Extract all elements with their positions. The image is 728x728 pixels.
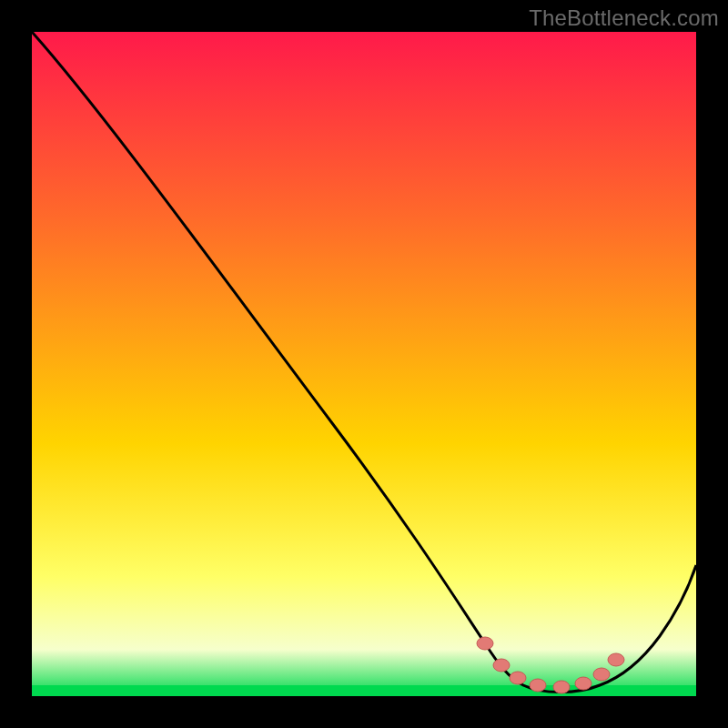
- gradient-background: [32, 32, 696, 696]
- trough-marker: [493, 659, 510, 672]
- plot-area: [32, 32, 696, 696]
- trough-marker: [593, 668, 610, 681]
- trough-marker: [608, 653, 624, 666]
- chart-frame: TheBottleneck.com: [0, 0, 728, 728]
- trough-marker: [510, 672, 526, 684]
- watermark-text: TheBottleneck.com: [529, 5, 719, 31]
- trough-marker: [553, 681, 570, 693]
- trough-marker: [575, 677, 592, 690]
- trough-marker: [530, 679, 546, 692]
- trough-marker: [477, 637, 493, 650]
- chart-svg: [32, 32, 696, 696]
